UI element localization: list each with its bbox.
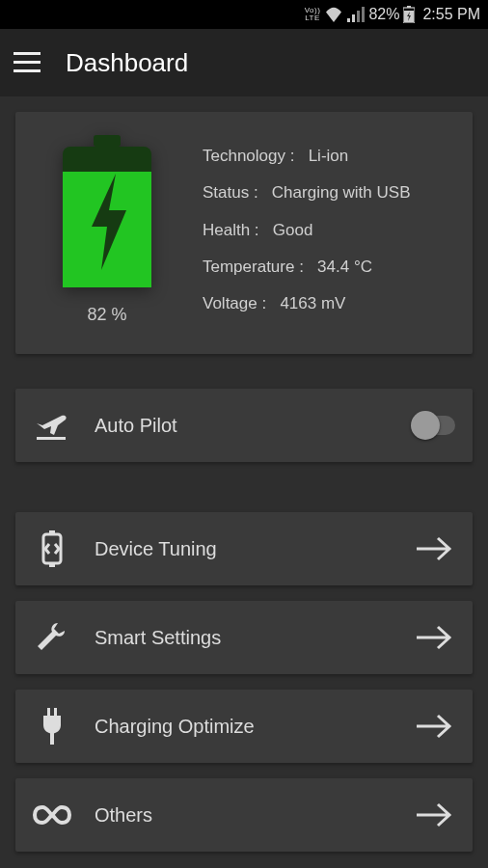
- svg-rect-2: [357, 11, 360, 22]
- others-label: Others: [95, 804, 390, 827]
- info-label: Health :: [203, 221, 259, 239]
- svg-rect-19: [50, 733, 54, 745]
- info-row-health: Health : Good: [203, 221, 453, 240]
- battery-info: Technology : Li-ion Status : Charging wi…: [203, 135, 453, 325]
- battery-visual: 82 %: [35, 135, 179, 325]
- info-label: Temperature :: [203, 258, 304, 276]
- android-statusbar: Vo))LTE 82% 2:55 PM: [0, 0, 488, 29]
- arrow-right-icon: [413, 623, 455, 652]
- plug-icon: [33, 708, 71, 745]
- info-row-status: Status : Charging with USB: [203, 183, 453, 203]
- info-value: Li-ion: [309, 147, 349, 165]
- svg-rect-9: [14, 69, 41, 72]
- info-row-technology: Technology : Li-ion: [203, 147, 453, 166]
- svg-rect-8: [14, 61, 41, 64]
- battery-icon: [403, 6, 415, 23]
- autopilot-switch[interactable]: [413, 416, 455, 435]
- info-label: Technology :: [203, 147, 294, 165]
- device-tuning-row[interactable]: Device Tuning: [15, 512, 473, 585]
- charging-optimize-label: Charging Optimize: [95, 716, 390, 738]
- appbar: Dashboard: [0, 29, 488, 96]
- charging-optimize-row[interactable]: Charging Optimize: [15, 690, 473, 763]
- info-row-voltage: Voltage : 4163 mV: [203, 294, 453, 313]
- smart-settings-row[interactable]: Smart Settings: [15, 601, 473, 674]
- arrow-right-icon: [413, 712, 455, 741]
- svg-rect-0: [347, 18, 350, 22]
- battery-icon: [63, 135, 151, 287]
- svg-rect-1: [352, 14, 355, 22]
- info-value: 34.4 °C: [317, 258, 372, 276]
- info-value: 4163 mV: [280, 294, 345, 312]
- info-label: Voltage :: [203, 294, 266, 312]
- infinity-icon: [33, 805, 71, 825]
- svg-rect-3: [362, 7, 365, 22]
- hamburger-menu-button[interactable]: [14, 52, 41, 73]
- info-value: Good: [273, 221, 313, 239]
- battery-percent-label: 82 %: [87, 305, 126, 325]
- wifi-icon: [324, 7, 343, 22]
- svg-rect-16: [49, 563, 55, 567]
- svg-rect-7: [14, 52, 41, 55]
- smart-settings-label: Smart Settings: [95, 627, 390, 649]
- battery-status-card: 82 % Technology : Li-ion Status : Chargi…: [15, 112, 473, 354]
- info-label: Status :: [203, 183, 258, 202]
- battery-percent-text: 82%: [368, 6, 399, 23]
- content-area: 82 % Technology : Li-ion Status : Chargi…: [0, 96, 488, 868]
- svg-rect-17: [47, 708, 50, 716]
- clock: 2:55 PM: [422, 6, 480, 23]
- svg-rect-10: [94, 135, 121, 147]
- app-root: Dashboard 82 % Technology : Li-ion: [0, 29, 488, 868]
- info-value: Charging with USB: [272, 183, 411, 202]
- volte-indicator: Vo))LTE: [305, 7, 321, 22]
- svg-rect-15: [49, 530, 55, 534]
- wrench-icon: [33, 621, 71, 654]
- arrow-right-icon: [413, 800, 455, 829]
- signal-icon: [347, 7, 365, 22]
- autopilot-label: Auto Pilot: [95, 415, 390, 437]
- device-tuning-label: Device Tuning: [95, 538, 390, 560]
- svg-rect-13: [37, 437, 66, 440]
- arrow-right-icon: [413, 534, 455, 563]
- info-row-temperature: Temperature : 34.4 °C: [203, 258, 453, 277]
- device-tuning-icon: [33, 530, 71, 567]
- svg-rect-18: [54, 708, 57, 716]
- plane-takeoff-icon: [33, 410, 71, 441]
- autopilot-row[interactable]: Auto Pilot: [15, 389, 473, 462]
- page-title: Dashboard: [66, 48, 188, 78]
- others-row[interactable]: Others: [15, 778, 473, 852]
